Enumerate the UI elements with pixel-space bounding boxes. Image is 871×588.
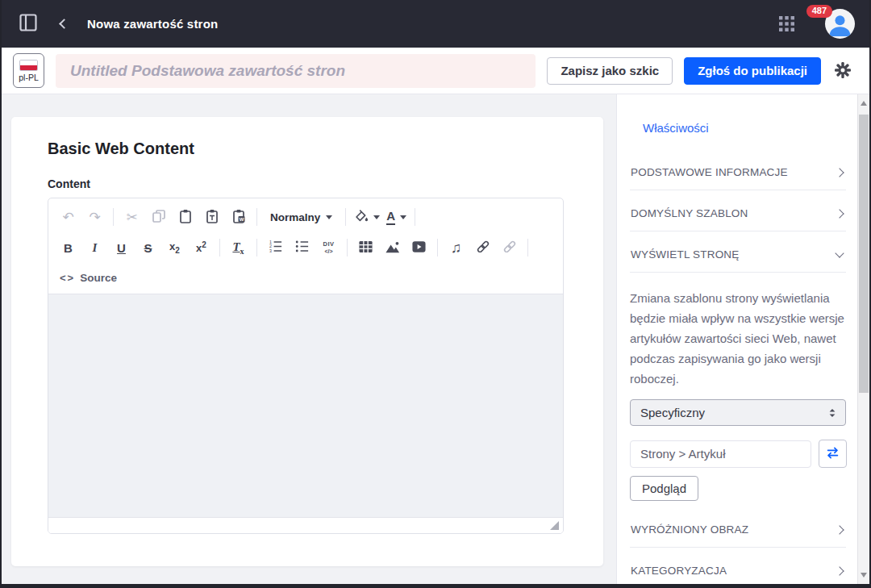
chevron-right-icon [835, 168, 844, 177]
section-display-page[interactable]: WYŚWIETL STRONĘ [630, 248, 846, 273]
insert-audio-button[interactable]: ♫ [443, 236, 469, 260]
source-view-button[interactable]: <> Source [60, 272, 117, 284]
topbar-right-cluster: 487 [760, 0, 856, 48]
tab-properties[interactable]: Właściwości [643, 121, 709, 135]
table-icon [358, 240, 373, 256]
subscript-icon: x2 [169, 240, 180, 255]
section-featured-image[interactable]: WYRÓŻNIONY OBRAZ [630, 523, 846, 548]
underline-button[interactable]: U [108, 236, 135, 260]
management-bar: pl-PL Zapisz jako szkic Zgłoś do publika… [2, 48, 869, 94]
clipboard-icon [178, 209, 193, 226]
superscript-button[interactable]: x2 [188, 236, 215, 260]
div-container-button[interactable]: DIV </> [315, 236, 342, 260]
vertical-scrollbar[interactable] [857, 94, 869, 584]
toolbar-separator [437, 239, 438, 256]
scissors-icon: ✂ [126, 211, 137, 224]
resize-handle[interactable] [550, 521, 559, 530]
sidebar-sections: PODSTAWOWE INFORMACJE DOMYŚLNY SZABLON W… [630, 166, 846, 584]
unlink-button[interactable] [496, 236, 523, 260]
underline-icon: U [117, 241, 126, 255]
insert-image-button[interactable] [379, 236, 406, 260]
italic-button[interactable]: I [81, 236, 108, 260]
paragraph-format-dropdown[interactable]: Normalny [262, 205, 340, 229]
section-categorization[interactable]: KATEGORYZACJA [630, 565, 846, 584]
page-title: Nowa zawartość stron [87, 17, 218, 31]
toolbar-separator [113, 208, 114, 226]
undo-button[interactable]: ↶ [55, 205, 81, 229]
link-button[interactable] [469, 236, 496, 260]
scroll-up-arrow-icon[interactable] [861, 101, 867, 106]
top-navbar: Nowa zawartość stron 487 [2, 0, 869, 48]
insert-table-button[interactable] [352, 236, 379, 260]
cut-button[interactable]: ✂ [119, 205, 145, 229]
paste-plain-text-button[interactable] [198, 205, 225, 229]
applications-grid-button[interactable] [779, 16, 794, 34]
bold-button[interactable]: B [55, 236, 81, 260]
bold-icon: B [64, 241, 73, 255]
svg-text:3: 3 [269, 248, 272, 253]
text-color-icon: A [386, 209, 395, 225]
ordered-list-button[interactable]: 123 [262, 236, 289, 260]
unlink-icon [502, 239, 518, 257]
editor-toolbar: ↶ ↷ ✂ [48, 198, 563, 294]
strikethrough-button[interactable]: S [135, 236, 161, 260]
link-icon [475, 239, 491, 257]
text-color-button[interactable]: A [383, 205, 410, 229]
copy-icon [152, 209, 166, 226]
sidebar-panel-icon [19, 14, 37, 34]
scrollbar-thumb[interactable] [859, 115, 869, 393]
web-content-card: Basic Web Content Content ↶ ↷ ✂ [11, 117, 603, 566]
chevron-down-icon [400, 215, 406, 219]
back-button[interactable] [52, 10, 76, 38]
paste-from-word-button[interactable]: W [225, 205, 252, 229]
chevron-right-icon [835, 525, 844, 534]
toolbar-separator [256, 208, 257, 226]
display-page-template-input[interactable] [630, 440, 811, 468]
notification-badge[interactable]: 487 [806, 5, 832, 18]
language-selector-button[interactable]: pl-PL [13, 53, 44, 88]
redo-icon: ↷ [89, 211, 100, 224]
submit-for-publication-button[interactable]: Zgłoś do publikacji [684, 57, 821, 85]
editor-typing-area[interactable] [48, 294, 563, 517]
subscript-button[interactable]: x2 [161, 236, 188, 260]
change-template-button[interactable] [819, 440, 847, 468]
toolbar-separator [527, 239, 528, 256]
section-basic-information[interactable]: PODSTAWOWE INFORMACJE [630, 166, 846, 190]
paste-button[interactable] [172, 205, 198, 229]
insert-video-button[interactable] [406, 236, 432, 260]
source-label: Source [80, 272, 117, 284]
svg-text:W: W [239, 217, 244, 222]
superscript-icon: x2 [196, 240, 206, 254]
section-default-template[interactable]: DOMYŚLNY SZABLON [630, 207, 846, 231]
undo-icon: ↶ [62, 211, 73, 224]
rich-text-editor: ↶ ↷ ✂ [48, 198, 564, 534]
content-field-label: Content [48, 177, 567, 190]
chevron-down-icon [373, 215, 380, 219]
settings-gear-button[interactable] [832, 60, 853, 81]
preview-button[interactable]: Podgląd [630, 476, 698, 501]
scroll-down-arrow-icon[interactable] [861, 573, 867, 578]
toolbar-row-3: <> Source [55, 263, 556, 292]
copy-button[interactable] [145, 205, 172, 229]
redo-button[interactable]: ↷ [81, 205, 108, 229]
display-page-type-select[interactable]: Specyficzny [630, 399, 846, 426]
editor-footer [48, 517, 563, 533]
save-draft-button[interactable]: Zapisz jako szkic [547, 57, 673, 85]
paragraph-format-value: Normalny [270, 211, 320, 223]
content-title-input[interactable] [56, 54, 536, 88]
toolbar-separator [345, 208, 346, 226]
product-menu-toggle[interactable] [15, 10, 42, 38]
remove-format-button[interactable]: Tx [225, 236, 252, 260]
bullet-list-button[interactable] [289, 236, 315, 260]
numbered-list-icon: 123 [268, 239, 283, 256]
video-icon [411, 240, 427, 256]
locale-label: pl-PL [19, 73, 39, 82]
poland-flag-icon [19, 60, 38, 71]
toolbar-separator [219, 239, 220, 256]
browser-viewport: Nowa zawartość stron 487 [0, 0, 871, 588]
swap-arrows-icon [825, 445, 840, 463]
background-color-button[interactable] [351, 205, 383, 229]
display-page-warning: Zmiana szablonu strony wyświetlania będz… [630, 288, 846, 389]
remove-format-icon: Tx [232, 240, 244, 256]
toolbar-row-2: B I U S x2 x2 Tx 123 [55, 232, 556, 263]
